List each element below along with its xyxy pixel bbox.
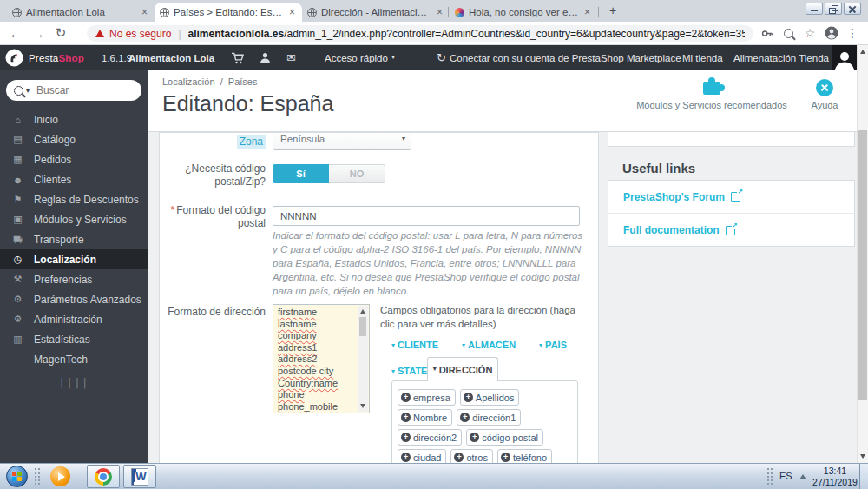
profile-avatar-icon[interactable] xyxy=(823,22,840,44)
tab-close-icon[interactable]: × xyxy=(287,7,297,17)
link-prestashop-forum[interactable]: PrestaShop's Forum xyxy=(608,181,854,214)
prestashop-logo-icon[interactable] xyxy=(5,45,23,70)
search-scope-caret-icon[interactable]: ▾ xyxy=(26,87,30,95)
chrome-taskbar-button[interactable] xyxy=(87,465,120,488)
tag-otros[interactable]: otros xyxy=(450,449,492,463)
sidebar-item-pedidos[interactable]: ▦Pedidos xyxy=(0,149,148,169)
tag-codigo-postal[interactable]: código postal xyxy=(466,429,543,446)
textarea-scrollbar[interactable] xyxy=(358,306,368,412)
tab-almacen[interactable]: ▾ALMACÉN xyxy=(462,340,516,350)
tab-close-icon[interactable]: × xyxy=(140,7,149,17)
tab-cliente[interactable]: ▾CLIENTE xyxy=(391,340,438,350)
show-hidden-icons-arrow[interactable] xyxy=(799,474,806,479)
language-indicator[interactable]: ES xyxy=(779,471,792,481)
not-secure-label[interactable]: No es seguro xyxy=(109,28,171,40)
reload-icon[interactable]: ↻ xyxy=(52,22,69,44)
zone-label[interactable]: Zona xyxy=(160,135,266,149)
sidebar-item-estadisticas[interactable]: ▥Estadísticas xyxy=(0,329,148,349)
tag-direccion1[interactable]: dirección1 xyxy=(457,409,521,426)
toggle-yes-button[interactable]: Sí xyxy=(273,164,329,183)
scroll-up-icon[interactable] xyxy=(360,309,365,314)
url-separator: | xyxy=(178,28,181,40)
recommended-modules-button[interactable]: Módulos y Servicios recomendados xyxy=(635,78,788,110)
shipping-truck-icon: ⛟ xyxy=(11,235,24,245)
zone-select[interactable]: Península ▾ xyxy=(273,132,411,150)
browser-menu-icon[interactable]: ⋮ xyxy=(845,22,859,44)
breadcrumb-paises[interactable]: Países xyxy=(228,76,258,87)
sidebar-item-parametros-avanzados[interactable]: ⚙Parámetros Avanzados xyxy=(0,289,148,309)
required-fields-note[interactable]: Campos obligatorios para la dirección (h… xyxy=(380,304,587,331)
tag-telefono[interactable]: teléfono xyxy=(497,449,552,463)
media-player-taskbar-icon[interactable] xyxy=(50,466,70,486)
link-full-documentation[interactable]: Full documentation xyxy=(608,214,854,247)
sidebar-item-magentech[interactable]: MagenTech xyxy=(0,349,148,369)
brand-name[interactable]: PrestaShop xyxy=(29,45,84,70)
tag-direccion2[interactable]: dirección2 xyxy=(398,429,462,446)
tab-state[interactable]: ▾STATE xyxy=(391,366,427,376)
sidebar-item-catalogo[interactable]: ▤Catálogo xyxy=(0,129,148,149)
sidebar-collapse-handle[interactable]: |||| xyxy=(0,376,148,389)
new-tab-button[interactable]: + xyxy=(604,3,621,17)
marketplace-connect-link[interactable]: Conectar con su cuenta de PrestaShop Mar… xyxy=(450,45,681,70)
browser-tab-3[interactable]: Dirección - Alimentacion Lola × xyxy=(302,3,450,22)
taskbar-separator xyxy=(38,468,40,485)
window-restore-button[interactable] xyxy=(825,3,842,15)
sidebar-item-reglas-de-descuentos[interactable]: ⚑Reglas de Descuentos xyxy=(0,189,148,209)
shop-name[interactable]: Alimentacion Lola xyxy=(128,45,214,70)
sidebar-item-clientes[interactable]: ☻Clientes xyxy=(0,169,148,189)
tab-close-icon[interactable]: × xyxy=(435,7,444,17)
tag-apellidos[interactable]: Apellidos xyxy=(460,389,520,406)
sidebar-item-modulos-y-servicios[interactable]: ▣Módulos y Servicios xyxy=(0,209,148,229)
sidebar-item-preferencias[interactable]: ⚒Preferencias xyxy=(0,269,148,289)
scroll-down-icon[interactable] xyxy=(360,404,365,408)
tag-empresa[interactable]: empresa xyxy=(398,389,456,406)
forward-icon[interactable]: → xyxy=(30,22,47,44)
url-text: alimentacionlola.es/admin_1_2/index.php?… xyxy=(188,28,746,40)
shop-selector-dropdown[interactable]: Alimenatación Tienda xyxy=(733,45,836,70)
scroll-up-icon[interactable] xyxy=(860,50,865,54)
search-input[interactable] xyxy=(35,83,125,97)
word-taskbar-button[interactable] xyxy=(123,465,156,488)
tab-direccion-active[interactable]: ▾DIRECCIÓN xyxy=(427,357,498,381)
tag-ciudad[interactable]: ciudad xyxy=(398,449,446,463)
bookmark-star-icon[interactable]: ☆ xyxy=(802,22,818,44)
cart-icon[interactable] xyxy=(231,45,244,70)
window-minimize-button[interactable] xyxy=(806,3,823,15)
address-bar[interactable]: No es seguro | alimentacionlola.es/admin… xyxy=(87,25,753,42)
sidebar-item-transporte[interactable]: ⛟Transporte xyxy=(0,229,148,249)
browser-tab-1[interactable]: Alimentacion Lola × xyxy=(7,3,155,22)
sidebar-item-localizacion[interactable]: ◷Localización xyxy=(0,249,148,269)
window-close-button[interactable] xyxy=(844,3,861,15)
zip-format-input[interactable] xyxy=(273,206,580,226)
sidebar-item-administracion[interactable]: ⚙Administración xyxy=(0,309,148,329)
my-shop-link[interactable]: Mi tienda xyxy=(682,45,723,70)
tab-title: Hola, no consigo ver el código p xyxy=(469,7,578,17)
tab-separator xyxy=(448,7,449,17)
browser-tab-2-active[interactable]: Países > Editando: España • Alim × xyxy=(155,3,302,22)
messages-envelope-icon[interactable]: ✉ xyxy=(286,45,296,70)
taskbar-clock[interactable]: 13:41 27/11/2019 xyxy=(810,466,860,488)
tab-separator xyxy=(598,7,599,17)
tab-pais[interactable]: ▾PAÍS xyxy=(539,340,567,350)
start-button[interactable] xyxy=(6,466,28,487)
quick-access-menu[interactable]: Acceso rápido xyxy=(325,45,395,70)
sidebar-search-box[interactable]: ▾ xyxy=(6,80,141,101)
password-key-icon[interactable] xyxy=(759,22,774,44)
customer-icon[interactable] xyxy=(260,45,271,70)
scroll-down-icon[interactable] xyxy=(860,454,865,459)
back-icon[interactable]: ← xyxy=(7,22,24,44)
zoom-icon[interactable] xyxy=(780,22,796,44)
scroll-thumb[interactable] xyxy=(359,317,366,336)
sidebar-item-inicio[interactable]: ⌂Inicio xyxy=(0,109,148,129)
breadcrumb-localizacion[interactable]: Localización xyxy=(162,76,215,87)
page-scrollbar[interactable] xyxy=(857,45,868,463)
tab-close-icon[interactable]: × xyxy=(582,7,592,17)
browser-tab-4[interactable]: Hola, no consigo ver el código p × xyxy=(450,3,597,22)
employee-avatar[interactable] xyxy=(832,45,857,70)
toggle-no-button[interactable]: NO xyxy=(329,164,385,183)
address-format-textarea[interactable]: firstname lastname company address1 addr… xyxy=(273,304,370,413)
help-button[interactable]: Ayuda xyxy=(806,78,844,110)
tag-nombre[interactable]: Nombre xyxy=(398,409,452,426)
show-desktop-button[interactable] xyxy=(859,464,868,489)
scrollbar-thumb[interactable] xyxy=(858,130,867,400)
